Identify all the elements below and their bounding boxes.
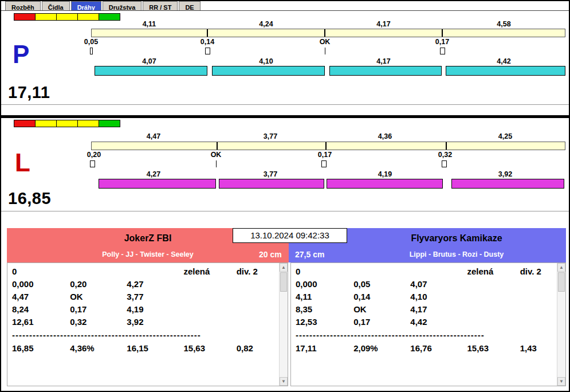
cell: OK (70, 292, 124, 301)
scroll-down-button[interactable]: ▼ (557, 377, 565, 386)
cell: 0,17 (353, 317, 408, 327)
team-name-right: Flyvaryors Kamikaze (347, 233, 566, 244)
pass-marker-box (90, 48, 93, 54)
cell: 4,47 (12, 292, 68, 301)
cell: 15,63 (184, 343, 234, 353)
dog-time-bar (451, 179, 564, 189)
cell: 4,36% (70, 343, 124, 353)
cell: 12,53 (296, 317, 351, 327)
dog-time-label: 4,10 (207, 57, 325, 65)
pass-marker-box (321, 160, 327, 167)
lane-total-right: 17,11 (8, 83, 50, 102)
dog-time-label: 3,92 (445, 170, 565, 178)
pass-marker-box (90, 160, 95, 167)
scroll-up-button[interactable]: ▲ (557, 263, 565, 272)
cell: 4,19 (127, 304, 181, 314)
pass-marker-box (442, 160, 447, 167)
tab-rozbeh[interactable]: Rozběh (5, 1, 41, 10)
cell: div. 2 (520, 266, 560, 276)
dog-time-bar (95, 66, 207, 76)
start-light-red (14, 120, 36, 127)
pass-marker-label: 0,20 (87, 151, 101, 159)
table-row: 12,53 0,17 4,42 (296, 317, 556, 330)
cell: 0 (12, 266, 68, 276)
cell: 1,43 (520, 343, 560, 353)
jump-height-right: 27,5 cm (295, 250, 324, 259)
table-row: 0,000 0,05 4,07 (296, 279, 556, 292)
split-bar (91, 29, 565, 37)
tab-drahy[interactable]: Dráhy (71, 1, 101, 10)
pass-marker-label: OK (211, 151, 222, 159)
start-light-yellow-1 (35, 13, 57, 21)
pass-marker-label: OK (320, 38, 331, 46)
results-table-right: 0 zelená div. 2 0,000 0,05 4,07 4,11 0,1… (290, 262, 566, 386)
cell: zelená (184, 266, 234, 276)
cell: 4,17 (410, 304, 465, 314)
tab-cidla[interactable]: Čidla (42, 1, 70, 10)
scroll-up-button[interactable]: ▲ (280, 263, 288, 272)
jump-height-left: 20 cm (259, 250, 282, 259)
split-label: 3,77 (216, 132, 325, 140)
table-info-row: 0 zelená div. 2 (296, 266, 556, 279)
table-row: 4,47 OK 3,77 (12, 292, 278, 304)
cell: 3,92 (127, 317, 181, 327)
cell: 0,32 (70, 317, 124, 327)
tab-bar: Rozběh Čidla Dráhy Družstva RR / ST DE (1, 1, 569, 11)
tab-de[interactable]: DE (179, 1, 200, 10)
dog-time-bar (329, 66, 442, 76)
cell: 16,85 (12, 343, 68, 353)
pass-marker-label: 0,05 (84, 38, 98, 46)
app-window: Rozběh Čidla Dráhy Družstva RR / ST DE P… (0, 0, 570, 392)
split-label: 4,17 (325, 20, 442, 28)
start-light-green (99, 120, 120, 127)
summary-row: 17,11 2,09% 16,76 15,63 1,43 (296, 343, 556, 356)
cell: 15,63 (467, 343, 518, 353)
cell: 2,09% (353, 343, 408, 353)
cell: OK (353, 304, 408, 314)
cell: 4,42 (410, 317, 465, 327)
tab-rr-st[interactable]: RR / ST (143, 1, 178, 10)
cell: 0,05 (353, 279, 408, 289)
table-row: 4,11 0,14 4,10 (296, 292, 556, 304)
cell: 0,000 (296, 279, 351, 289)
vertical-scrollbar[interactable]: ▲ ▼ (279, 263, 288, 386)
team-lineup-right: Lippi - Brutus - Rozi - Dusty (347, 250, 566, 258)
cell: 12,61 (12, 317, 68, 327)
start-light-yellow-2 (56, 13, 78, 21)
split-label: 4,58 (442, 20, 565, 28)
dog-time-bar (219, 179, 324, 189)
start-light-yellow-1 (35, 120, 57, 127)
start-light-red (14, 13, 36, 21)
scrollbar-thumb[interactable] (280, 272, 287, 292)
results-section: JokerZ FBI Polly - JJ - Twister - Seeley… (7, 228, 566, 386)
scrollbar-thumb[interactable] (558, 272, 565, 292)
pass-marker-box (440, 48, 445, 54)
table-separator: ----------------------------------------… (12, 330, 201, 343)
pass-marker-tick (325, 48, 325, 54)
cell: 0,20 (70, 279, 124, 289)
cell: 0 (296, 266, 351, 276)
dog-time-bar (327, 179, 443, 189)
vertical-scrollbar[interactable]: ▲ ▼ (557, 263, 565, 386)
start-lights (14, 120, 120, 127)
cell: 4,27 (127, 279, 181, 289)
results-table-left: 0 zelená div. 2 0,000 0,20 4,27 4,47 OK … (7, 262, 288, 386)
split-label: 4,36 (325, 132, 445, 140)
cell: 0,17 (70, 304, 124, 314)
table-row: 8,35 OK 4,17 (296, 304, 556, 317)
cell: 16,15 (127, 343, 181, 353)
cell: 17,11 (296, 343, 351, 353)
dog-time-label: 4,42 (442, 57, 565, 65)
pass-marker-label: 0,32 (438, 151, 452, 159)
lane-panel-left: L 4,47 3,77 4,36 4,25 0,20 OK 0,17 0,32 … (1, 118, 569, 211)
table-separator: ----------------------------------------… (296, 330, 485, 343)
split-label: 4,11 (91, 20, 207, 28)
pass-marker-label: 0,17 (435, 38, 449, 46)
lane-letter-left: L (15, 150, 30, 175)
scroll-down-button[interactable]: ▼ (280, 377, 288, 386)
dog-time-label: 3,77 (216, 170, 325, 178)
tab-druzstva[interactable]: Družstva (103, 1, 141, 10)
start-light-yellow-2 (56, 120, 78, 127)
start-light-yellow-3 (77, 120, 99, 127)
split-label: 4,47 (91, 132, 216, 140)
